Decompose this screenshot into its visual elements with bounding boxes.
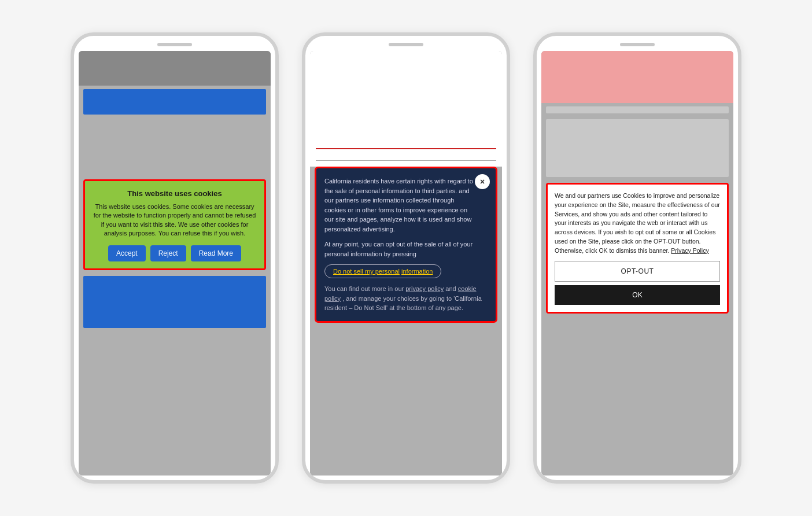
cookie-banner-3-body: We and our partners use Cookies to impro… — [555, 191, 720, 255]
screen3-gray-line — [546, 106, 729, 113]
cookie-banner-2-body1: California residents have certain rights… — [324, 176, 488, 234]
privacy-policy-link[interactable]: privacy policy — [405, 285, 444, 292]
screen1-top-bar — [79, 51, 271, 86]
cookie-banner-3: We and our partners use Cookies to impro… — [546, 183, 729, 314]
phone-2-speaker — [389, 43, 423, 46]
cookie-banner-2-footer1: At any point, you can opt out of the sal… — [324, 239, 488, 259]
cookie-banner-1-body: This website uses cookies. Some cookies … — [92, 202, 257, 238]
phone-3-speaker — [620, 43, 655, 46]
screen1-gray-block — [83, 121, 266, 174]
phone-1-speaker — [157, 43, 192, 46]
screen2-bottom-area — [310, 323, 502, 476]
close-button[interactable]: × — [475, 174, 490, 189]
screen3-pink-block — [541, 51, 733, 103]
privacy-policy-link-3[interactable]: Privacy Policy — [671, 247, 708, 254]
ok-button[interactable]: OK — [555, 285, 720, 305]
screen1-blue-block — [83, 276, 266, 328]
opt-out-button[interactable]: OPT-OUT — [555, 261, 720, 282]
screen3-gray-block — [546, 119, 729, 177]
cookie-banner-2-footer2: You can find out more in our privacy pol… — [324, 284, 488, 313]
phone-1-screen: This website uses cookies This website u… — [79, 51, 271, 476]
accept-button[interactable]: Accept — [108, 245, 146, 261]
phone-3: We and our partners use Cookies to impro… — [533, 32, 741, 484]
read-more-button[interactable]: Read More — [191, 245, 241, 261]
phone-2: × California residents have certain righ… — [302, 32, 510, 484]
screen2-white-area — [310, 51, 502, 167]
phone-1: This website uses cookies This website u… — [71, 32, 279, 484]
screen2-red-line — [316, 148, 496, 149]
screen2-gray-line — [316, 160, 496, 161]
cookie-banner-2: × California residents have certain righ… — [315, 167, 497, 323]
cookie-banner-1-title: This website uses cookies — [92, 189, 257, 198]
phone-2-screen: × California residents have certain righ… — [310, 51, 502, 476]
screen1-blue-bar — [83, 89, 266, 115]
phone-3-screen: We and our partners use Cookies to impro… — [541, 51, 733, 476]
cookie-banner-1-buttons: Accept Reject Read More — [92, 245, 257, 261]
reject-button[interactable]: Reject — [150, 245, 186, 261]
do-not-sell-button[interactable]: Do not sell my personal information — [324, 264, 441, 278]
cookie-banner-1: This website uses cookies This website u… — [83, 179, 266, 270]
